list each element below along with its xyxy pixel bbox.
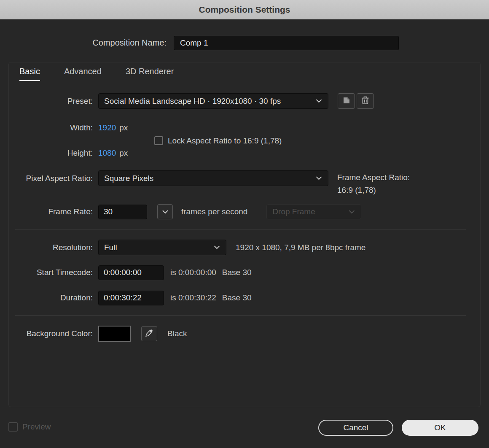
- background-color-name: Black: [167, 329, 187, 338]
- frame-rate-preset-button[interactable]: [157, 204, 173, 219]
- preview-checkbox[interactable]: [8, 422, 18, 432]
- save-preset-button[interactable]: [338, 93, 355, 109]
- drop-frame-dropdown: Drop Frame: [266, 204, 361, 219]
- divider: [15, 315, 466, 316]
- preset-value: Social Media Landscape HD · 1920x1080 · …: [104, 97, 281, 106]
- frame-rate-row: Frame Rate: frames per second Drop Frame: [0, 204, 361, 219]
- chevron-down-icon: [349, 210, 355, 214]
- start-timecode-row: Start Timecode: is 0:00:00:00 Base 30: [0, 265, 252, 280]
- frame-aspect-label: Frame Aspect Ratio:: [337, 171, 410, 184]
- height-unit: px: [119, 148, 128, 158]
- delete-preset-button[interactable]: [357, 93, 374, 109]
- tab-bar: Basic Advanced 3D Renderer: [19, 67, 174, 81]
- frame-rate-label: Frame Rate:: [0, 207, 93, 216]
- dialog-titlebar: Composition Settings: [0, 0, 489, 19]
- start-timecode-base: Base 30: [222, 268, 252, 277]
- preset-dropdown[interactable]: Social Media Landscape HD · 1920x1080 · …: [98, 93, 328, 109]
- cancel-button[interactable]: Cancel: [318, 420, 393, 436]
- resolution-value: Full: [104, 243, 117, 252]
- resolution-row: Resolution: Full 1920 x 1080, 7,9 MB per…: [0, 240, 365, 255]
- resolution-label: Resolution:: [0, 243, 93, 252]
- height-value[interactable]: 1080: [98, 148, 116, 158]
- trash-icon: [361, 96, 369, 106]
- composition-settings-dialog: Composition Settings Composition Name: B…: [0, 0, 489, 448]
- tab-panel: [8, 62, 481, 407]
- tab-3d-renderer[interactable]: 3D Renderer: [126, 67, 174, 81]
- pixel-aspect-dropdown[interactable]: Square Pixels: [98, 170, 328, 186]
- duration-row: Duration: is 0:00:30:22 Base 30: [0, 290, 252, 305]
- dialog-title: Composition Settings: [199, 5, 290, 15]
- eyedropper-button[interactable]: [141, 326, 157, 341]
- frame-aspect-block: Frame Aspect Ratio: 16:9 (1,78): [337, 171, 410, 197]
- start-timecode-info: is 0:00:00:00: [170, 268, 216, 277]
- frame-rate-input[interactable]: [98, 205, 147, 219]
- start-timecode-label: Start Timecode:: [0, 268, 93, 277]
- width-unit: px: [119, 123, 128, 132]
- width-label: Width:: [0, 123, 93, 132]
- chevron-down-icon: [316, 99, 322, 103]
- chevron-down-icon: [162, 208, 168, 216]
- lock-aspect-checkbox[interactable]: [154, 136, 163, 145]
- background-color-label: Background Color:: [0, 329, 93, 338]
- duration-info: is 0:00:30:22: [170, 293, 216, 302]
- start-timecode-input[interactable]: [98, 265, 164, 280]
- composition-name-label: Composition Name:: [0, 38, 167, 48]
- resolution-dropdown[interactable]: Full: [98, 240, 226, 255]
- width-value[interactable]: 1920: [98, 123, 116, 132]
- pixel-aspect-row: Pixel Aspect Ratio: Square Pixels: [0, 170, 328, 186]
- duration-label: Duration:: [0, 293, 93, 302]
- preview-label: Preview: [22, 422, 51, 432]
- drop-frame-value: Drop Frame: [272, 207, 315, 216]
- preview-row: Preview: [8, 422, 51, 432]
- height-label: Height:: [0, 148, 93, 158]
- divider: [15, 229, 466, 229]
- height-row: Height: 1080 px: [0, 147, 128, 159]
- duration-input[interactable]: [98, 291, 164, 305]
- background-color-row: Background Color: Black: [0, 325, 187, 342]
- pixel-aspect-label: Pixel Aspect Ratio:: [0, 174, 93, 183]
- ok-button[interactable]: OK: [402, 420, 478, 436]
- tab-basic[interactable]: Basic: [19, 67, 40, 81]
- frame-rate-unit-label: frames per second: [181, 207, 247, 216]
- tab-advanced[interactable]: Advanced: [64, 67, 102, 81]
- width-row: Width: 1920 px: [0, 122, 128, 133]
- chevron-down-icon: [316, 176, 322, 180]
- chevron-down-icon: [214, 246, 220, 249]
- preset-row: Preset: Social Media Landscape HD · 1920…: [0, 93, 374, 109]
- lock-aspect-row: Lock Aspect Ratio to 16:9 (1,78): [154, 135, 282, 146]
- pixel-aspect-value: Square Pixels: [104, 174, 153, 183]
- lock-aspect-label: Lock Aspect Ratio to 16:9 (1,78): [168, 136, 282, 146]
- frame-aspect-value: 16:9 (1,78): [337, 184, 410, 197]
- composition-name-input[interactable]: [174, 36, 399, 50]
- eyedropper-icon: [145, 329, 153, 339]
- save-preset-icon: [342, 96, 351, 106]
- duration-base: Base 30: [222, 293, 252, 302]
- preset-label: Preset:: [0, 97, 93, 106]
- background-color-swatch[interactable]: [98, 326, 131, 342]
- resolution-info: 1920 x 1080, 7,9 MB per 8bpc frame: [236, 243, 365, 252]
